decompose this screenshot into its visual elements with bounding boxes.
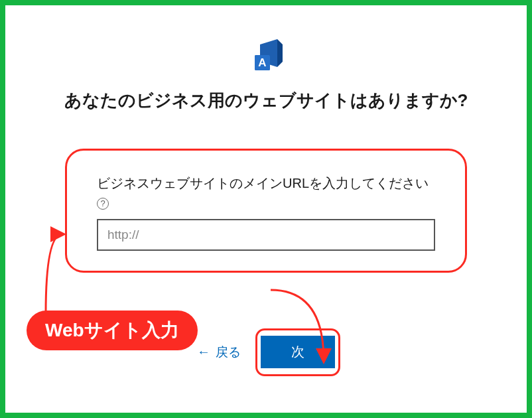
url-label-text: ビジネスウェブサイトのメインURLを入力してください bbox=[97, 173, 429, 194]
megaphone-icon: A bbox=[245, 35, 287, 76]
url-input[interactable] bbox=[97, 219, 435, 251]
callout-badge: Webサイト入力 bbox=[27, 311, 198, 350]
input-section: ビジネスウェブサイトのメインURLを入力してください ? bbox=[65, 149, 467, 273]
back-button-label: 戻る bbox=[216, 344, 241, 361]
next-button-label: 次 bbox=[291, 344, 304, 359]
url-input-label: ビジネスウェブサイトのメインURLを入力してください ? bbox=[97, 173, 435, 210]
next-button[interactable]: 次 bbox=[261, 336, 335, 368]
megaphone-icon-wrap: A bbox=[38, 35, 494, 79]
back-button[interactable]: ← 戻る bbox=[197, 344, 241, 361]
arrow-left-icon: ← bbox=[197, 344, 210, 360]
dialog-content: A あなたのビジネス用のウェブサイトはありますか? ビジネスウェブサイトのメイン… bbox=[38, 35, 494, 403]
page-title: あなたのビジネス用のウェブサイトはありますか? bbox=[38, 89, 494, 112]
svg-text:A: A bbox=[258, 56, 266, 69]
help-icon[interactable]: ? bbox=[97, 198, 109, 210]
screenshot-frame: A あなたのビジネス用のウェブサイトはありますか? ビジネスウェブサイトのメイン… bbox=[0, 0, 532, 418]
next-button-wrap: 次 bbox=[261, 336, 335, 368]
input-annotation-outline: ビジネスウェブサイトのメインURLを入力してください ? bbox=[65, 149, 467, 273]
